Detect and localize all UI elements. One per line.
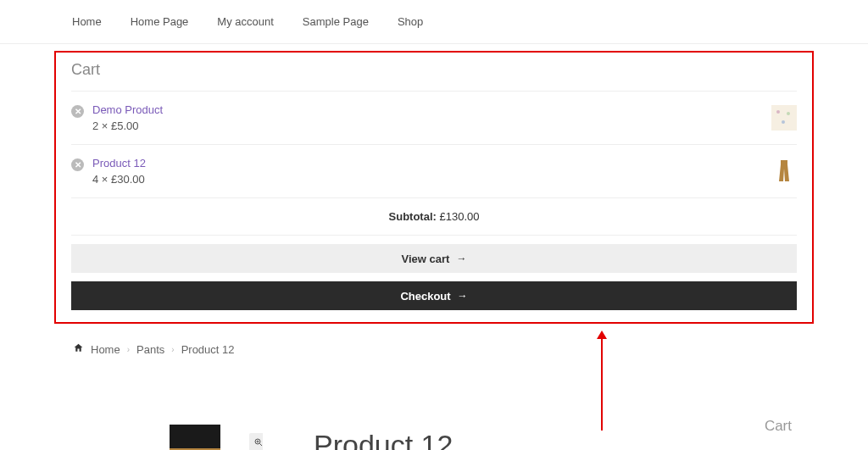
cart-item: ✕ Product 12 4 × £30.00 bbox=[71, 145, 797, 198]
cart-title: Cart bbox=[71, 61, 797, 79]
nav-shop[interactable]: Shop bbox=[398, 15, 423, 28]
breadcrumb: Home › Pants › Product 12 bbox=[73, 342, 868, 356]
checkout-label: Checkout bbox=[400, 290, 450, 303]
breadcrumb-parent[interactable]: Pants bbox=[136, 343, 164, 356]
view-cart-button[interactable]: View cart → bbox=[71, 244, 797, 273]
product-title: Product 12 bbox=[314, 429, 453, 450]
cart-item-thumb[interactable] bbox=[771, 158, 797, 184]
product-area: Product 12 bbox=[127, 425, 453, 450]
cart-widget-highlight: Cart ✕ Demo Product 2 × £5.00 ✕ Product … bbox=[54, 51, 814, 324]
top-nav: Home Home Page My account Sample Page Sh… bbox=[0, 0, 868, 44]
subtotal-label: Subtotal: bbox=[389, 210, 437, 223]
chevron-right-icon: › bbox=[127, 345, 130, 354]
svg-point-1 bbox=[776, 110, 780, 114]
breadcrumb-current: Product 12 bbox=[181, 343, 235, 356]
chevron-right-icon: › bbox=[171, 345, 174, 354]
cart-item-name[interactable]: Product 12 bbox=[92, 157, 146, 169]
svg-rect-4 bbox=[170, 425, 220, 448]
view-cart-label: View cart bbox=[402, 253, 450, 265]
cart-item: ✕ Demo Product 2 × £5.00 bbox=[71, 92, 797, 145]
cart-subtotal: Subtotal: £130.00 bbox=[71, 198, 797, 236]
nav-my-account[interactable]: My account bbox=[217, 15, 273, 28]
svg-rect-0 bbox=[771, 105, 797, 131]
cart-item-thumb[interactable] bbox=[771, 105, 797, 131]
svg-point-2 bbox=[787, 112, 790, 115]
arrow-right-icon: → bbox=[458, 290, 468, 302]
arrow-right-icon: → bbox=[456, 253, 466, 264]
checkout-button[interactable]: Checkout → bbox=[71, 281, 797, 310]
cart-item-qty: 4 × £30.00 bbox=[92, 173, 146, 186]
sidebar-cart-title: Cart bbox=[765, 418, 792, 435]
annotation-arrow bbox=[601, 337, 603, 431]
svg-line-7 bbox=[260, 444, 263, 447]
cart-item-qty: 2 × £5.00 bbox=[92, 119, 163, 132]
remove-item-icon[interactable]: ✕ bbox=[71, 158, 84, 171]
product-image[interactable] bbox=[127, 425, 263, 450]
nav-home[interactable]: Home bbox=[72, 15, 102, 28]
zoom-icon[interactable] bbox=[249, 433, 263, 450]
subtotal-value: £130.00 bbox=[439, 210, 479, 223]
home-icon[interactable] bbox=[73, 342, 84, 356]
svg-point-3 bbox=[782, 120, 785, 124]
remove-item-icon[interactable]: ✕ bbox=[71, 105, 84, 118]
cart-item-name[interactable]: Demo Product bbox=[92, 103, 163, 116]
breadcrumb-home[interactable]: Home bbox=[91, 343, 120, 356]
nav-sample-page[interactable]: Sample Page bbox=[303, 15, 369, 28]
nav-home-page[interactable]: Home Page bbox=[131, 15, 189, 28]
